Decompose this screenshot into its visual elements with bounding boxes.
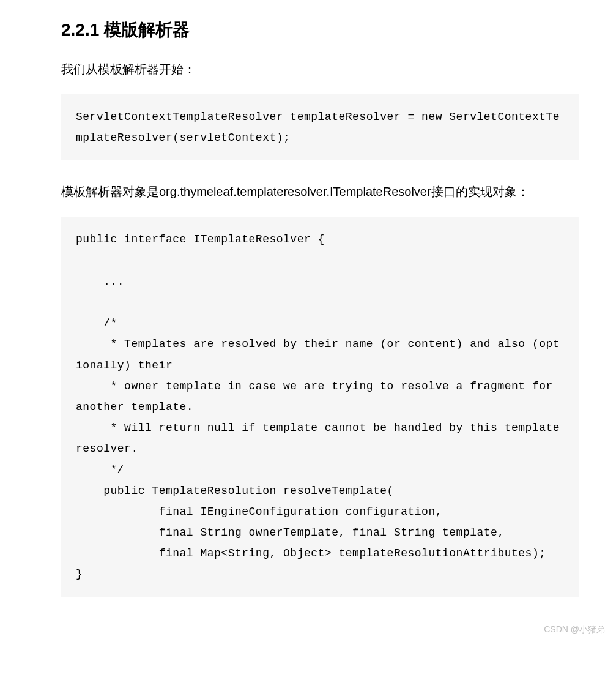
watermark: CSDN @小猪弟 [544,624,605,635]
code-block-1: ServletContextTemplateResolver templateR… [61,94,579,160]
description-paragraph: 模板解析器对象是org.thymeleaf.templateresolver.I… [61,181,579,202]
section-heading: 2.2.1 模版解析器 [61,18,579,42]
intro-paragraph: 我们从模板解析器开始： [61,59,579,80]
code-block-2: public interface ITemplateResolver { ...… [61,217,579,597]
